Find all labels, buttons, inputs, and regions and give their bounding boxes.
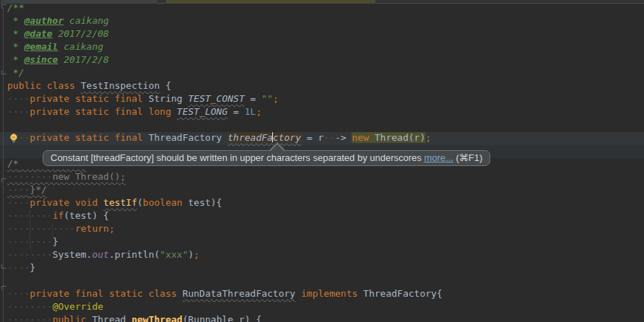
code-line-20[interactable]: ····} <box>0 262 644 275</box>
tooltip-arrow-fill <box>270 144 284 152</box>
code-token: testIf <box>103 197 137 208</box>
code-token: ········ <box>7 314 53 322</box>
code-line-1[interactable]: * @author caikang <box>0 15 644 28</box>
code-token: private final static class <box>30 288 182 299</box>
code-token: Thread <box>92 314 131 322</box>
code-token: ········ <box>7 171 53 182</box>
code-token: 1L <box>245 106 256 117</box>
code-token: caikang <box>64 15 109 26</box>
code-token <box>295 288 301 299</box>
code-token: ; <box>273 93 279 104</box>
code-token: boolean <box>143 197 188 208</box>
code-token: = r <box>301 132 323 143</box>
code-token: .println( <box>109 249 160 260</box>
code-line-3[interactable]: * @email caikang <box>0 41 644 54</box>
code-token: @since <box>24 54 58 65</box>
code-token: implements <box>301 288 357 299</box>
code-token: TestInspection <box>81 80 160 91</box>
code-line-19[interactable]: ········System.out.println("xxx"); <box>0 249 644 262</box>
code-token: } <box>53 236 58 247</box>
code-token: } <box>30 262 35 273</box>
code-token: = <box>227 106 244 117</box>
code-token: ctory <box>273 132 301 143</box>
code-line-9[interactable] <box>0 119 644 132</box>
code-line-23[interactable]: ········@Override <box>0 301 644 314</box>
code-line-24[interactable]: ········public Thread newThread(Runnable… <box>0 314 644 322</box>
editor-tab-strip <box>0 0 644 4</box>
code-token: "xxx" <box>160 249 188 260</box>
code-line-4[interactable]: * @since 2017/2/8 <box>0 54 644 67</box>
code-token: ···· <box>7 197 30 208</box>
more-link[interactable]: more... <box>424 152 453 163</box>
code-token: public <box>53 314 92 322</box>
code-token: ········ <box>7 301 53 312</box>
code-line-17[interactable]: ············return; <box>0 223 644 236</box>
code-token: ········ <box>7 249 53 260</box>
code-token: TEST_LONG <box>177 106 227 117</box>
code-token: (Runnable r) { <box>183 314 262 322</box>
code-token: newThread <box>131 314 182 322</box>
code-token: private static final <box>30 132 148 143</box>
ide-editor-window: /** * @author caikang * @date 2017/2/08 … <box>0 0 644 322</box>
code-token: if <box>53 210 64 221</box>
code-line-14[interactable]: ····}*/ <box>0 184 644 197</box>
code-line-2[interactable]: * @date 2017/2/08 <box>0 28 644 41</box>
code-token: @Override <box>53 301 103 312</box>
code-token: threadFa <box>227 132 273 143</box>
code-token: 2017/2/08 <box>53 28 109 39</box>
code-token: * <box>7 54 24 65</box>
code-token: /** <box>7 2 24 13</box>
tab-active[interactable] <box>166 0 375 4</box>
code-token: }*/ <box>30 184 46 195</box>
code-token: * <box>7 41 24 52</box>
code-token: private static final <box>30 93 148 104</box>
code-line-13[interactable]: ········new Thread(); <box>0 171 644 184</box>
code-token: ···· <box>7 262 30 273</box>
code-token: return; <box>75 223 115 234</box>
code-line-10[interactable]: ····private static final ThreadFactory t… <box>0 132 644 145</box>
code-token: ; <box>256 106 261 117</box>
code-token: ThreadFactory <box>149 132 228 143</box>
code-line-22[interactable]: ····private final static class RunDataTh… <box>0 288 644 301</box>
light-bulb-icon[interactable] <box>9 133 18 147</box>
code-token: Thread(r) <box>375 132 425 143</box>
code-line-15[interactable]: ····private void testIf(boolean test){ <box>0 197 644 210</box>
code-token: -> <box>335 132 352 143</box>
code-token: new Thread(); <box>53 171 126 182</box>
code-token: System. <box>53 249 92 260</box>
code-token: { <box>160 80 171 91</box>
code-token: * <box>7 15 24 26</box>
code-line-5[interactable]: */ <box>0 67 644 80</box>
code-line-7[interactable]: ····private static final String TEST_CON… <box>0 93 644 106</box>
code-token: String <box>149 93 188 104</box>
inspection-message: Constant [threadFactory] should be writt… <box>51 152 422 163</box>
code-token: ···· <box>7 106 30 117</box>
code-line-6[interactable]: public class TestInspection { <box>0 80 644 93</box>
code-token: private void <box>30 197 103 208</box>
code-token: ; <box>193 249 199 260</box>
code-token: /* <box>7 158 19 169</box>
code-line-8[interactable]: ····private static final long TEST_LONG … <box>0 106 644 119</box>
tab-inactive[interactable] <box>1 0 157 4</box>
code-line-0[interactable]: /** <box>0 2 644 15</box>
code-token: = <box>245 93 261 104</box>
code-line-21[interactable] <box>0 275 644 288</box>
code-token: @date <box>24 28 52 39</box>
code-token: "" <box>261 93 273 104</box>
code-token: ; <box>425 132 431 143</box>
code-token: RunDataThreadFactory <box>183 288 296 299</box>
code-token: ········ <box>7 210 53 221</box>
code-token: ···· <box>7 93 30 104</box>
code-token: ···· <box>7 288 30 299</box>
code-token: ···· <box>7 184 30 195</box>
code-token: caikang <box>58 41 103 52</box>
code-line-18[interactable]: ········} <box>0 236 644 249</box>
code-token: @author <box>24 15 64 26</box>
code-token: ·· <box>323 132 335 143</box>
code-token: (test) { <box>64 210 109 221</box>
code-token: public class <box>7 80 81 91</box>
code-token: new <box>352 132 374 143</box>
shortcut-hint: (⌘F1) <box>456 152 483 163</box>
code-line-16[interactable]: ········if(test) { <box>0 210 644 223</box>
code-token: out <box>92 249 108 260</box>
